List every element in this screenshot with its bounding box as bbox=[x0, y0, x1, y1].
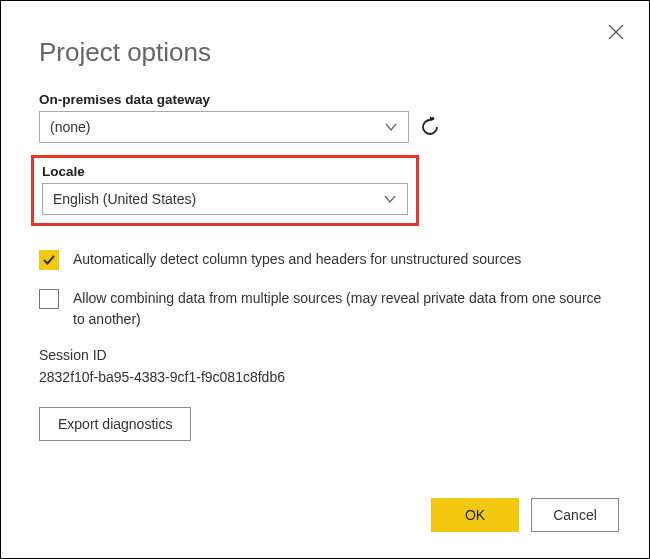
gateway-label: On-premises data gateway bbox=[39, 92, 611, 107]
dialog-title: Project options bbox=[39, 37, 649, 68]
session-id-label: Session ID bbox=[39, 347, 611, 363]
chevron-down-icon bbox=[383, 192, 397, 206]
locale-label: Locale bbox=[42, 164, 408, 179]
gateway-value: (none) bbox=[50, 119, 90, 135]
locale-highlight: Locale English (United States) bbox=[31, 155, 419, 226]
close-icon[interactable] bbox=[607, 23, 625, 41]
gateway-select[interactable]: (none) bbox=[39, 111, 409, 143]
ok-button[interactable]: OK bbox=[431, 498, 519, 532]
combine-sources-checkbox[interactable] bbox=[39, 289, 59, 309]
chevron-down-icon bbox=[384, 120, 398, 134]
locale-select[interactable]: English (United States) bbox=[42, 183, 408, 215]
combine-sources-label: Allow combining data from multiple sourc… bbox=[73, 287, 611, 331]
cancel-button[interactable]: Cancel bbox=[531, 498, 619, 532]
session-id-value: 2832f10f-ba95-4383-9cf1-f9c081c8fdb6 bbox=[39, 369, 611, 385]
export-diagnostics-button[interactable]: Export diagnostics bbox=[39, 407, 191, 441]
dialog-footer: OK Cancel bbox=[431, 498, 619, 532]
detect-types-checkbox[interactable] bbox=[39, 250, 59, 270]
dialog-project-options: Project options On-premises data gateway… bbox=[0, 0, 650, 559]
dialog-content: On-premises data gateway (none) Locale E… bbox=[1, 92, 649, 441]
refresh-icon[interactable] bbox=[419, 116, 441, 138]
locale-value: English (United States) bbox=[53, 191, 196, 207]
detect-types-label: Automatically detect column types and he… bbox=[73, 248, 521, 271]
